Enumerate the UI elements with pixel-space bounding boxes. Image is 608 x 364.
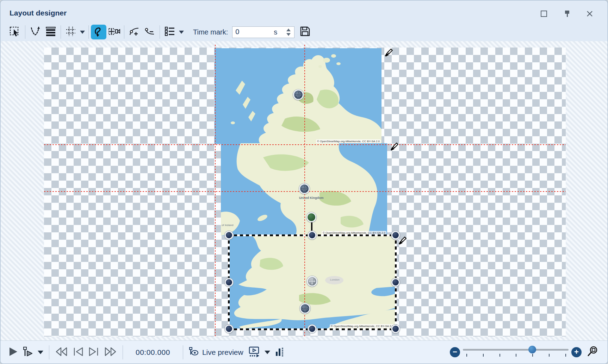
- time-mark-spinner: [285, 27, 292, 38]
- titlebar: Layout designer: [0, 0, 608, 23]
- move-handle-tile-4[interactable]: [300, 303, 310, 314]
- stacked-bars-icon: [45, 25, 57, 39]
- play-from-marker-icon: [22, 346, 33, 358]
- skip-to-start-button[interactable]: [53, 345, 70, 360]
- zoom-slider-track[interactable]: [463, 349, 569, 351]
- play-options-dropdown[interactable]: [36, 345, 45, 360]
- list-icon: [164, 25, 176, 39]
- previous-frame-button[interactable]: [70, 345, 86, 360]
- select-tool-button[interactable]: [7, 25, 23, 39]
- list-dropdown[interactable]: [178, 25, 185, 39]
- play-from-marker-button[interactable]: [20, 345, 36, 360]
- live-preview-label: Live preview: [202, 348, 243, 357]
- grid-button[interactable]: [63, 25, 79, 39]
- time-mark-unit: s: [274, 28, 277, 36]
- next-frame-button[interactable]: [86, 345, 101, 360]
- chevron-down-icon: [265, 349, 270, 356]
- time-display: 00:00.000: [136, 348, 170, 357]
- select-tool-icon: [9, 25, 21, 39]
- window-title: Layout designer: [10, 9, 67, 17]
- map-label-ireland: of Ireland: [222, 224, 233, 227]
- performance-monitor-button[interactable]: [272, 345, 286, 360]
- resize-handle-top-center[interactable]: [308, 231, 316, 239]
- play-icon: [8, 347, 18, 358]
- previous-frame-icon: [73, 347, 84, 358]
- resize-handle-bottom-left[interactable]: [225, 325, 233, 333]
- brush-icon-tile-2[interactable]: [389, 142, 399, 152]
- rewind-icon: [55, 347, 68, 358]
- close-icon: [586, 10, 593, 19]
- grid-dropdown[interactable]: [79, 25, 86, 39]
- camera-pan-button[interactable]: [106, 25, 122, 39]
- align-layers-button[interactable]: [43, 25, 58, 39]
- brush-icon-tile-3[interactable]: [397, 236, 407, 246]
- move-handle-tile-1[interactable]: [293, 89, 304, 100]
- map-attribution: © OpenStreetMap.org-Mitwirkende, CC BY-S…: [322, 231, 386, 235]
- playback-bar: 00:00.000 Live preview −: [0, 340, 608, 364]
- move-handle-tile-2[interactable]: [299, 183, 310, 194]
- maximize-button[interactable]: [538, 10, 550, 19]
- zoom-fit-button[interactable]: [585, 344, 601, 360]
- play-button[interactable]: [6, 345, 20, 360]
- preview-window-icon: [248, 346, 260, 359]
- resize-handle-bottom-center[interactable]: [308, 325, 316, 333]
- add-keyframe-icon: [128, 25, 140, 39]
- skip-to-end-button[interactable]: [101, 345, 119, 360]
- chevron-down-icon: [80, 29, 85, 35]
- close-button[interactable]: [584, 10, 596, 19]
- guide-horizontal-1: [44, 144, 566, 145]
- pin-icon: [564, 10, 571, 19]
- resize-handle-mid-right[interactable]: [391, 278, 400, 287]
- maximize-icon: [540, 10, 547, 19]
- add-keyframe-button[interactable]: [126, 25, 142, 39]
- smooth-path-tool-button[interactable]: [27, 25, 43, 39]
- dashed-curve-icon: [29, 25, 41, 39]
- map-attribution: © OpenStreetMap.org-Mitwirkende, CC BY-S…: [330, 324, 395, 328]
- camera-pan-icon: [108, 25, 120, 39]
- map-attribution: © OpenStreetMap.org-Mitwirkende, CC BY-S…: [316, 139, 381, 143]
- save-icon: [299, 26, 311, 38]
- layout-canvas: © OpenStreetMap.org-Mitwirkende, CC BY-S…: [1, 41, 608, 341]
- zoom-fit-icon: [587, 346, 598, 358]
- live-preview-toggle[interactable]: Live preview: [187, 345, 262, 360]
- zoom-controls: − +: [450, 344, 601, 360]
- live-preview-pin-eye-icon: [189, 347, 199, 358]
- fast-forward-icon: [104, 347, 117, 358]
- remove-keyframe-icon: [144, 25, 156, 39]
- s-curve-icon: [93, 25, 105, 39]
- zoom-slider[interactable]: [463, 346, 569, 358]
- layout-designer-window: Layout designer: [0, 0, 608, 364]
- time-mark-field: s: [232, 26, 294, 38]
- resize-handle-mid-left[interactable]: [225, 278, 233, 287]
- grid-icon: [65, 25, 77, 39]
- keyframe-list-button[interactable]: [162, 25, 178, 39]
- toolbar: Time mark: s: [0, 23, 608, 41]
- next-frame-icon: [88, 347, 99, 358]
- move-handle-selected-tile[interactable]: [307, 276, 317, 287]
- brush-icon-tile-1[interactable]: [383, 48, 393, 58]
- rotate-handle[interactable]: [306, 212, 316, 222]
- zoom-out-button[interactable]: −: [450, 347, 460, 357]
- preview-options-dropdown[interactable]: [262, 345, 272, 360]
- chevron-down-icon: [179, 29, 184, 35]
- spinner-up-button[interactable]: [286, 29, 291, 31]
- resize-handle-top-left[interactable]: [225, 231, 233, 239]
- resize-handle-bottom-right[interactable]: [391, 325, 400, 333]
- map-label-london: London: [330, 278, 340, 281]
- zoom-in-button[interactable]: +: [571, 347, 582, 357]
- motion-path-tool-button[interactable]: [91, 25, 106, 39]
- spinner-down-button[interactable]: [286, 33, 291, 36]
- remove-keyframe-button[interactable]: [142, 25, 157, 39]
- zoom-slider-thumb[interactable]: [528, 346, 536, 353]
- map-label-country: United Kingdom: [299, 196, 324, 200]
- time-mark-label: Time mark:: [193, 28, 228, 36]
- bars-gauge-icon: [274, 346, 284, 358]
- save-button[interactable]: [297, 25, 313, 39]
- pin-button[interactable]: [561, 10, 573, 19]
- chevron-down-icon: [38, 349, 43, 356]
